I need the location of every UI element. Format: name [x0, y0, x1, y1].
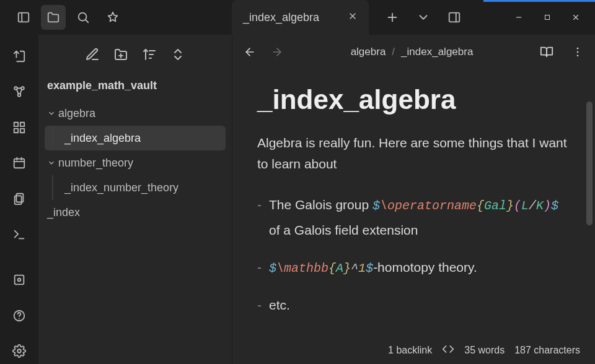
status-backlinks[interactable]: 1 backlink: [388, 345, 432, 356]
breadcrumb-separator: /: [392, 46, 395, 58]
svg-rect-21: [20, 129, 24, 132]
bullet-body: etc.: [269, 293, 570, 318]
svg-rect-0: [19, 13, 29, 22]
status-words[interactable]: 35 words: [464, 345, 505, 356]
doc-title: _index_algebra: [257, 84, 570, 115]
editor-tab[interactable]: _index_algebra: [232, 0, 369, 35]
graph-view-button[interactable]: [6, 79, 32, 105]
svg-rect-19: [20, 123, 24, 126]
folder-label: number_theory: [58, 157, 133, 170]
breadcrumb-parent[interactable]: algebra: [351, 46, 386, 58]
sort-button[interactable]: [141, 46, 158, 63]
editor-pane: algebra / _index_algebra _index_algebra …: [232, 35, 595, 364]
close-tab-button[interactable]: [348, 11, 358, 24]
search-tab-button[interactable]: [71, 5, 95, 30]
svg-rect-18: [14, 123, 18, 126]
collapse-all-button[interactable]: [169, 46, 187, 63]
bullet-item: -The Galois group $\operatorname{Gal}(L/…: [257, 193, 570, 243]
new-folder-button[interactable]: [112, 46, 130, 63]
folder-number-theory[interactable]: number_theory: [45, 150, 232, 175]
file-index-number-theory[interactable]: _index_number_theory: [45, 175, 232, 200]
document-body[interactable]: _index_algebra Algebra is really fun. He…: [232, 69, 595, 364]
quick-switcher-button[interactable]: [6, 43, 32, 69]
folder-algebra[interactable]: algebra: [45, 101, 232, 126]
bullet-dash: -: [257, 293, 262, 318]
vault-button[interactable]: [6, 267, 32, 293]
svg-rect-22: [14, 159, 25, 168]
chevron-down-icon: [45, 158, 58, 167]
file-label: _index_number_theory: [64, 181, 178, 194]
vertical-scrollbar[interactable]: [586, 102, 593, 225]
files-tab-button[interactable]: [41, 5, 66, 30]
window-accent-strip: [483, 0, 595, 2]
new-tab-button[interactable]: [380, 5, 405, 30]
doc-intro: Algebra is really fun. Here are some thi…: [257, 132, 570, 174]
help-button[interactable]: [6, 303, 32, 329]
bullet-dash: -: [257, 255, 262, 280]
file-label: _index: [47, 206, 80, 219]
status-chars[interactable]: 187 characters: [514, 345, 580, 356]
breadcrumb[interactable]: algebra / _index_algebra: [351, 46, 474, 58]
svg-point-42: [577, 48, 579, 50]
vault-name[interactable]: example_math_vault: [38, 74, 232, 101]
svg-line-3: [86, 20, 88, 22]
toggle-right-panel-button[interactable]: [442, 5, 467, 30]
doc-bullet-list: -The Galois group $\operatorname{Gal}(L/…: [257, 193, 570, 318]
svg-rect-26: [16, 194, 23, 202]
svg-point-33: [17, 350, 21, 353]
file-label: _index_algebra: [64, 132, 141, 145]
svg-rect-8: [449, 13, 460, 22]
bullet-item: -$\mathbb{A}^1$-homotopy theory.: [257, 255, 570, 280]
svg-rect-11: [545, 15, 550, 20]
toggle-left-panel-button[interactable]: [11, 5, 36, 30]
activity-rail: [0, 35, 38, 364]
chevron-down-icon: [45, 109, 58, 118]
svg-rect-29: [15, 275, 24, 285]
window-close-button[interactable]: [562, 5, 590, 30]
file-index[interactable]: _index: [45, 200, 232, 225]
bullet-dash: -: [257, 193, 262, 243]
bullet-body: $\mathbb{A}^1$-homotopy theory.: [269, 255, 570, 280]
window-minimize-button[interactable]: [505, 5, 533, 30]
source-mode-icon[interactable]: [442, 343, 454, 358]
folder-label: algebra: [58, 107, 95, 120]
svg-point-43: [577, 51, 579, 53]
svg-point-44: [577, 55, 579, 57]
file-tree: algebra _index_algebra number_theory _in…: [38, 101, 232, 225]
window-maximize-button[interactable]: [533, 5, 562, 30]
canvas-button[interactable]: [6, 115, 32, 141]
nav-forward-button[interactable]: [267, 42, 287, 62]
svg-rect-27: [15, 196, 22, 204]
bullet-item: -etc.: [257, 293, 570, 318]
more-options-button[interactable]: [568, 42, 588, 62]
reading-view-button[interactable]: [537, 42, 557, 62]
templates-button[interactable]: [6, 186, 32, 212]
svg-rect-20: [14, 129, 18, 132]
tab-dropdown-button[interactable]: [411, 5, 436, 30]
settings-button[interactable]: [6, 339, 32, 365]
breadcrumb-current[interactable]: _index_algebra: [401, 46, 473, 58]
bookmarks-tab-button[interactable]: [100, 5, 125, 30]
file-index-algebra[interactable]: _index_algebra: [45, 126, 226, 150]
file-explorer-sidebar: example_math_vault algebra _index_algebr…: [38, 35, 232, 364]
nav-back-button[interactable]: [240, 42, 260, 62]
bullet-body: The Galois group $\operatorname{Gal}(L/K…: [269, 193, 570, 243]
svg-point-30: [18, 279, 21, 282]
daily-note-button[interactable]: [6, 150, 32, 176]
editor-tab-title: _index_algebra: [243, 11, 319, 24]
status-bar: 1 backlink 35 words 187 characters: [382, 339, 586, 362]
new-note-button[interactable]: [84, 46, 101, 63]
command-palette-button[interactable]: [6, 222, 32, 248]
